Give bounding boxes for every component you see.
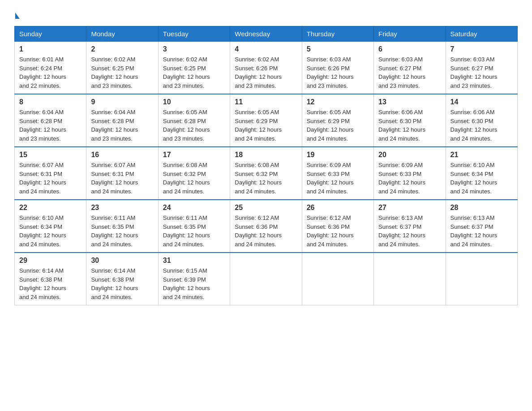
calendar-cell: 22 Sunrise: 6:10 AM Sunset: 6:34 PM Dayl… <box>15 200 86 253</box>
calendar-cell: 21 Sunrise: 6:10 AM Sunset: 6:34 PM Dayl… <box>446 147 517 200</box>
day-info: Sunrise: 6:06 AM Sunset: 6:30 PM Dayligh… <box>450 108 513 143</box>
day-info: Sunrise: 6:07 AM Sunset: 6:31 PM Dayligh… <box>19 161 82 196</box>
day-info: Sunrise: 6:04 AM Sunset: 6:28 PM Dayligh… <box>19 108 82 143</box>
calendar-header-saturday: Saturday <box>446 26 517 42</box>
calendar-cell: 11 Sunrise: 6:05 AM Sunset: 6:29 PM Dayl… <box>230 94 302 147</box>
day-number: 2 <box>91 45 153 53</box>
day-info: Sunrise: 6:14 AM Sunset: 6:38 PM Dayligh… <box>91 266 153 301</box>
day-number: 21 <box>450 151 513 159</box>
day-info: Sunrise: 6:09 AM Sunset: 6:33 PM Dayligh… <box>378 161 441 196</box>
day-number: 17 <box>163 151 225 159</box>
day-info: Sunrise: 6:01 AM Sunset: 6:24 PM Dayligh… <box>19 55 82 90</box>
logo <box>14 11 20 19</box>
day-number: 26 <box>307 204 369 212</box>
calendar-table: SundayMondayTuesdayWednesdayThursdayFrid… <box>14 26 518 305</box>
day-number: 7 <box>450 45 513 53</box>
day-number: 15 <box>19 151 82 159</box>
day-number: 3 <box>163 45 225 53</box>
day-info: Sunrise: 6:11 AM Sunset: 6:35 PM Dayligh… <box>91 214 153 248</box>
calendar-cell <box>302 253 373 305</box>
day-number: 11 <box>235 98 297 106</box>
calendar-cell: 5 Sunrise: 6:03 AM Sunset: 6:26 PM Dayli… <box>302 42 373 94</box>
day-number: 8 <box>19 98 82 106</box>
day-number: 16 <box>91 151 153 159</box>
calendar-week-row: 15 Sunrise: 6:07 AM Sunset: 6:31 PM Dayl… <box>15 147 518 200</box>
day-number: 31 <box>163 257 225 265</box>
day-info: Sunrise: 6:05 AM Sunset: 6:29 PM Dayligh… <box>307 108 369 143</box>
calendar-cell: 8 Sunrise: 6:04 AM Sunset: 6:28 PM Dayli… <box>15 94 86 147</box>
day-info: Sunrise: 6:14 AM Sunset: 6:38 PM Dayligh… <box>19 266 82 301</box>
day-number: 4 <box>235 45 297 53</box>
calendar-cell: 23 Sunrise: 6:11 AM Sunset: 6:35 PM Dayl… <box>86 200 158 253</box>
day-info: Sunrise: 6:02 AM Sunset: 6:25 PM Dayligh… <box>163 55 225 90</box>
calendar-week-row: 22 Sunrise: 6:10 AM Sunset: 6:34 PM Dayl… <box>15 200 518 253</box>
day-info: Sunrise: 6:02 AM Sunset: 6:26 PM Dayligh… <box>235 55 297 90</box>
day-number: 19 <box>307 151 369 159</box>
calendar-header-sunday: Sunday <box>15 26 86 42</box>
day-number: 6 <box>378 45 441 53</box>
calendar-header-friday: Friday <box>374 26 446 42</box>
calendar-cell: 31 Sunrise: 6:15 AM Sunset: 6:39 PM Dayl… <box>158 253 230 305</box>
calendar-cell: 20 Sunrise: 6:09 AM Sunset: 6:33 PM Dayl… <box>374 147 446 200</box>
day-info: Sunrise: 6:10 AM Sunset: 6:34 PM Dayligh… <box>450 161 513 196</box>
day-number: 29 <box>19 257 82 265</box>
day-number: 9 <box>91 98 153 106</box>
day-number: 1 <box>19 45 82 53</box>
calendar-header-tuesday: Tuesday <box>158 26 230 42</box>
day-number: 27 <box>378 204 441 212</box>
calendar-cell: 7 Sunrise: 6:03 AM Sunset: 6:27 PM Dayli… <box>446 42 517 94</box>
day-info: Sunrise: 6:02 AM Sunset: 6:25 PM Dayligh… <box>91 55 153 90</box>
calendar-week-row: 29 Sunrise: 6:14 AM Sunset: 6:38 PM Dayl… <box>15 253 518 305</box>
calendar-cell <box>446 253 517 305</box>
calendar-cell: 3 Sunrise: 6:02 AM Sunset: 6:25 PM Dayli… <box>158 42 230 94</box>
calendar-cell: 2 Sunrise: 6:02 AM Sunset: 6:25 PM Dayli… <box>86 42 158 94</box>
calendar-cell: 28 Sunrise: 6:13 AM Sunset: 6:37 PM Dayl… <box>446 200 517 253</box>
day-number: 10 <box>163 98 225 106</box>
day-info: Sunrise: 6:04 AM Sunset: 6:28 PM Dayligh… <box>91 108 153 143</box>
day-info: Sunrise: 6:10 AM Sunset: 6:34 PM Dayligh… <box>19 214 82 248</box>
logo-triangle-icon <box>15 13 20 19</box>
calendar-cell: 17 Sunrise: 6:08 AM Sunset: 6:32 PM Dayl… <box>158 147 230 200</box>
day-info: Sunrise: 6:08 AM Sunset: 6:32 PM Dayligh… <box>235 161 297 196</box>
calendar-cell: 1 Sunrise: 6:01 AM Sunset: 6:24 PM Dayli… <box>15 42 86 94</box>
calendar-cell: 19 Sunrise: 6:09 AM Sunset: 6:33 PM Dayl… <box>302 147 373 200</box>
calendar-cell: 15 Sunrise: 6:07 AM Sunset: 6:31 PM Dayl… <box>15 147 86 200</box>
day-info: Sunrise: 6:03 AM Sunset: 6:27 PM Dayligh… <box>450 55 513 90</box>
day-number: 5 <box>307 45 369 53</box>
day-info: Sunrise: 6:12 AM Sunset: 6:36 PM Dayligh… <box>307 214 369 248</box>
day-info: Sunrise: 6:15 AM Sunset: 6:39 PM Dayligh… <box>163 266 225 301</box>
calendar-cell: 27 Sunrise: 6:13 AM Sunset: 6:37 PM Dayl… <box>374 200 446 253</box>
calendar-cell: 10 Sunrise: 6:05 AM Sunset: 6:28 PM Dayl… <box>158 94 230 147</box>
day-info: Sunrise: 6:09 AM Sunset: 6:33 PM Dayligh… <box>307 161 369 196</box>
page-header <box>14 11 518 19</box>
calendar-week-row: 1 Sunrise: 6:01 AM Sunset: 6:24 PM Dayli… <box>15 42 518 94</box>
calendar-cell: 4 Sunrise: 6:02 AM Sunset: 6:26 PM Dayli… <box>230 42 302 94</box>
calendar-cell: 18 Sunrise: 6:08 AM Sunset: 6:32 PM Dayl… <box>230 147 302 200</box>
day-info: Sunrise: 6:12 AM Sunset: 6:36 PM Dayligh… <box>235 214 297 248</box>
day-number: 25 <box>235 204 297 212</box>
day-info: Sunrise: 6:13 AM Sunset: 6:37 PM Dayligh… <box>378 214 441 248</box>
day-number: 12 <box>307 98 369 106</box>
calendar-cell: 14 Sunrise: 6:06 AM Sunset: 6:30 PM Dayl… <box>446 94 517 147</box>
day-number: 18 <box>235 151 297 159</box>
day-number: 14 <box>450 98 513 106</box>
calendar-cell: 29 Sunrise: 6:14 AM Sunset: 6:38 PM Dayl… <box>15 253 86 305</box>
calendar-cell: 24 Sunrise: 6:11 AM Sunset: 6:35 PM Dayl… <box>158 200 230 253</box>
day-info: Sunrise: 6:11 AM Sunset: 6:35 PM Dayligh… <box>163 214 225 248</box>
day-info: Sunrise: 6:03 AM Sunset: 6:26 PM Dayligh… <box>307 55 369 90</box>
day-info: Sunrise: 6:03 AM Sunset: 6:27 PM Dayligh… <box>378 55 441 90</box>
day-number: 24 <box>163 204 225 212</box>
day-info: Sunrise: 6:08 AM Sunset: 6:32 PM Dayligh… <box>163 161 225 196</box>
calendar-cell: 30 Sunrise: 6:14 AM Sunset: 6:38 PM Dayl… <box>86 253 158 305</box>
calendar-cell: 12 Sunrise: 6:05 AM Sunset: 6:29 PM Dayl… <box>302 94 373 147</box>
day-info: Sunrise: 6:06 AM Sunset: 6:30 PM Dayligh… <box>378 108 441 143</box>
day-number: 20 <box>378 151 441 159</box>
day-number: 30 <box>91 257 153 265</box>
calendar-header-thursday: Thursday <box>302 26 373 42</box>
day-number: 13 <box>378 98 441 106</box>
calendar-cell <box>374 253 446 305</box>
day-number: 28 <box>450 204 513 212</box>
calendar-cell: 6 Sunrise: 6:03 AM Sunset: 6:27 PM Dayli… <box>374 42 446 94</box>
calendar-header-row: SundayMondayTuesdayWednesdayThursdayFrid… <box>15 26 518 42</box>
calendar-week-row: 8 Sunrise: 6:04 AM Sunset: 6:28 PM Dayli… <box>15 94 518 147</box>
